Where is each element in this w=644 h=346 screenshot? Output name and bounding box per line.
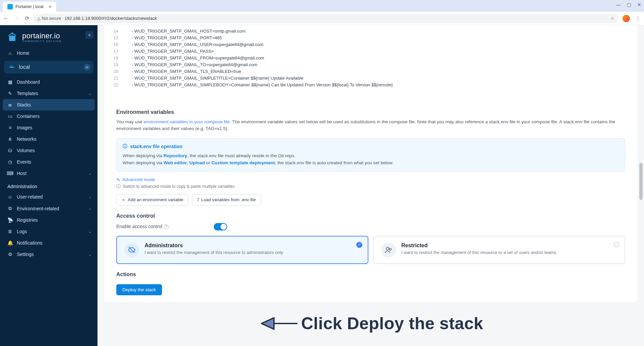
admin-option-title: Administrators <box>145 243 283 249</box>
chevron-down-icon: ⌄ <box>88 252 91 257</box>
sidebar-item-templates[interactable]: ✎Templates⌄ <box>0 88 97 99</box>
svg-rect-3 <box>11 66 12 67</box>
images-icon: ≡ <box>7 125 13 130</box>
sidebar-item-networks[interactable]: ⋔Networks <box>0 133 97 145</box>
scrollbar-thumb[interactable] <box>639 163 643 200</box>
sidebar-item-registries[interactable]: 📡Registries <box>0 214 97 226</box>
advanced-mode-link[interactable]: ✎Advanced mode <box>116 177 625 182</box>
sidebar-item-settings[interactable]: ⚙Settings⌄ <box>0 249 97 260</box>
env-doc-link[interactable]: environment variables in your compose fi… <box>144 119 230 124</box>
code-line: 18 - WUD_TRIGGER_SMTP_GMAIL_FROM=superga… <box>104 55 637 61</box>
main-content: 14 - WUD_TRIGGER_SMTP_GMAIL_HOST=smtp.gm… <box>97 25 644 346</box>
svg-rect-2 <box>10 66 11 67</box>
events-icon: ◷ <box>7 159 13 165</box>
star-icon[interactable]: ☆ <box>610 16 614 21</box>
gear-icon: ⚙ <box>7 252 13 257</box>
tab-favicon <box>7 4 13 9</box>
maximize-icon[interactable]: ▢ <box>627 2 631 7</box>
svg-point-7 <box>386 247 389 250</box>
env-close-icon[interactable]: × <box>84 64 90 70</box>
deploy-stack-button[interactable]: Deploy the stack <box>116 284 162 295</box>
sidebar-item-stacks[interactable]: ≣Stacks <box>3 99 95 111</box>
stack-panel: 14 - WUD_TRIGGER_SMTP_GMAIL_HOST=smtp.gm… <box>104 25 637 302</box>
sidebar-item-user-related[interactable]: ☺User-related⌄ <box>0 191 97 203</box>
access-option-administrators[interactable]: Administrators I want to restrict the ma… <box>116 236 368 264</box>
eye-off-icon <box>124 243 139 257</box>
sidebar-collapse-button[interactable]: « <box>85 31 93 39</box>
close-icon[interactable]: ✕ <box>637 2 641 7</box>
help-icon[interactable]: ? <box>164 224 169 229</box>
host-icon: ⌨ <box>7 171 13 176</box>
browser-tab[interactable]: Portainer | local × <box>3 2 56 12</box>
enable-access-label: Enable access control? <box>116 224 169 229</box>
access-control-toggle[interactable] <box>214 223 227 230</box>
sidebar-item-volumes[interactable]: ⛁Volumes <box>0 145 97 156</box>
dashboard-icon: ▦ <box>7 79 13 85</box>
registries-icon: 📡 <box>7 217 13 223</box>
brand-subtitle: COMMUNITY EDITION <box>22 40 62 43</box>
env-name: local <box>19 64 30 70</box>
env-icon: ⧉ <box>7 206 13 211</box>
users-group-icon <box>381 243 396 257</box>
logs-icon: 🗎 <box>7 229 13 234</box>
url-bar[interactable]: △ Not secure 192.168.1.18:9000/#!/2/dock… <box>33 14 618 23</box>
nav-forward-icon[interactable]: → <box>14 15 19 21</box>
sidebar: « portainer.io COMMUNITY EDITION ⌂ Home … <box>0 25 97 346</box>
chevron-down-icon: ⌄ <box>88 195 91 199</box>
docker-icon <box>9 64 15 71</box>
window-controls: — ▢ ✕ <box>616 2 641 7</box>
restricted-option-desc: I want to restrict the management of thi… <box>401 250 556 255</box>
actions-title: Actions <box>116 271 625 277</box>
env-variables-desc: You may use environment variables in you… <box>116 119 625 132</box>
code-line: 21 - WUD_TRIGGER_SMTP_GMAIL_SIMPLETITLE=… <box>104 75 637 82</box>
browser-titlebar: Portainer | local × — ▢ ✕ <box>0 0 644 12</box>
code-line: 14 - WUD_TRIGGER_SMTP_GMAIL_HOST=smtp.gm… <box>104 28 637 35</box>
portainer-logo-icon <box>7 31 19 43</box>
load-env-file-button[interactable]: ⤴Load variables from .env file <box>192 194 261 206</box>
advanced-mode-hint: ⓘSwitch to advanced mode to copy & paste… <box>116 184 625 189</box>
browser-addressbar: ← → ⟳ △ Not secure 192.168.1.18:9000/#!/… <box>0 12 644 25</box>
sidebar-item-events[interactable]: ◷Events <box>0 156 97 168</box>
sidebar-item-images[interactable]: ≡Images <box>0 122 97 133</box>
warning-icon: △ <box>37 16 40 21</box>
code-line: 19 - WUD_TRIGGER_SMTP_GMAIL_TO=supergate… <box>104 61 637 68</box>
tutorial-annotation: Click Deploy the stack <box>259 312 483 335</box>
networks-icon: ⋔ <box>7 136 13 142</box>
sidebar-environment-chip[interactable]: local × <box>4 61 93 74</box>
sidebar-item-home[interactable]: ⌂ Home <box>0 47 97 59</box>
radio-unchecked-icon <box>614 242 619 247</box>
nav-reload-icon[interactable]: ⟳ <box>25 15 29 21</box>
sidebar-item-notifications[interactable]: 🔔Notifications <box>0 237 97 249</box>
menu-icon[interactable]: ⋮ <box>635 15 641 21</box>
code-line: 17 - WUD_TRIGGER_SMTP_GMAIL_PASS= <box>104 48 637 55</box>
bell-icon: 🔔 <box>7 240 13 246</box>
minimize-icon[interactable]: — <box>616 2 621 7</box>
code-line: 16 - WUD_TRIGGER_SMTP_GMAIL_USER=superga… <box>104 41 637 48</box>
svg-rect-5 <box>11 65 12 66</box>
tab-close-icon[interactable]: × <box>49 4 51 9</box>
url-text: 192.168.1.18:9000/#!/2/docker/stacks/new… <box>65 16 157 21</box>
admin-option-desc: I want to restrict the management of thi… <box>145 250 283 255</box>
brand-logo[interactable]: portainer.io COMMUNITY EDITION <box>0 29 97 47</box>
home-icon: ⌂ <box>7 50 13 56</box>
restricted-option-title: Restricted <box>401 243 556 249</box>
containers-icon: ▭ <box>7 114 13 119</box>
arrow-left-icon <box>259 312 299 335</box>
sidebar-item-host[interactable]: ⌨Host⌄ <box>0 168 97 179</box>
svg-rect-1 <box>12 32 13 36</box>
compose-editor[interactable]: 14 - WUD_TRIGGER_SMTP_GMAIL_HOST=smtp.gm… <box>104 25 637 102</box>
sidebar-item-containers[interactable]: ▭Containers <box>0 111 97 122</box>
code-line: 22 - WUD_TRIGGER_SMTP_GMAIL_SIMPLEBODY=C… <box>104 82 637 88</box>
access-option-restricted[interactable]: Restricted I want to restrict the manage… <box>373 236 625 264</box>
add-env-var-button[interactable]: ＋Add an environment variable <box>116 194 189 206</box>
sidebar-item-dashboard[interactable]: ▦Dashboard <box>0 76 97 88</box>
profile-avatar[interactable] <box>622 15 630 22</box>
nav-back-icon[interactable]: ← <box>3 15 9 21</box>
users-icon: ☺ <box>7 194 13 200</box>
chevron-down-icon: ⌄ <box>88 91 91 96</box>
sidebar-item-env-related[interactable]: ⧉Environment-related⌄ <box>0 203 97 214</box>
chevron-down-icon: ⌄ <box>88 171 91 176</box>
stackenv-info-box: ⓘstack.env file operation When deploying… <box>116 138 625 172</box>
annotation-text: Click Deploy the stack <box>301 314 483 333</box>
sidebar-item-logs[interactable]: 🗎Logs⌄ <box>0 226 97 237</box>
